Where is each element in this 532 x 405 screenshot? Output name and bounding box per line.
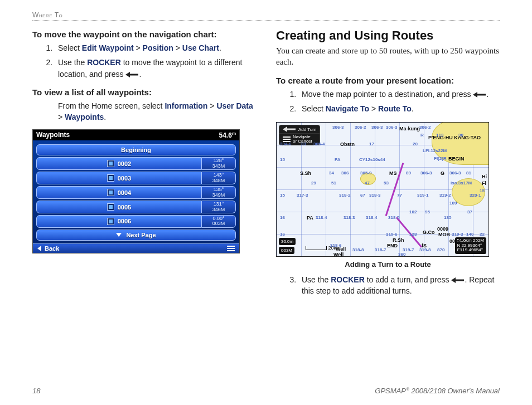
brand-name: GPSMAP: [375, 387, 406, 395]
sounding: 38: [458, 133, 463, 138]
sounding: 135: [444, 215, 451, 220]
waypoint-row-0002[interactable]: 0002 128°343M: [36, 157, 236, 170]
waypoint-marker-icon: [107, 218, 114, 225]
task-view-waypoints-title: To view a list of all waypoints:: [32, 87, 256, 97]
waypoint-row-0004[interactable]: 0004 135°349M: [36, 186, 236, 199]
waypoint-label: 0002: [118, 160, 131, 167]
rocker-label: ROCKER: [331, 275, 365, 284]
text: Move the map pointer to a destination, a…: [302, 90, 473, 99]
text: .: [104, 113, 106, 121]
depth-reading: 54.6m: [219, 131, 236, 139]
task-create-route-steps-cont: Use the ROCKER to add a turn, and press …: [276, 274, 500, 297]
waypoints-title: Waypoints: [36, 131, 70, 139]
waypoint-marker-icon: [107, 160, 114, 167]
text: .: [219, 43, 221, 52]
text: >: [369, 104, 378, 113]
sounding: 102: [409, 209, 417, 214]
end-marker: END: [387, 243, 398, 248]
step-2: Use the ROCKER to move the waypoint to a…: [55, 57, 256, 80]
sounding: Hi: [482, 174, 487, 179]
menu-icon[interactable]: [227, 246, 235, 251]
depth-overlay: 30.0m: [279, 238, 296, 246]
waypoint-row-0006[interactable]: 0006 0.00°003M: [36, 215, 236, 228]
sounding: 870: [437, 247, 444, 252]
enter-key-icon: [473, 92, 486, 97]
sounding: 95: [425, 209, 430, 214]
sounding: 306-2: [419, 125, 431, 130]
rocker-label: ROCKER: [87, 58, 121, 67]
sounding: 306-3: [371, 125, 383, 130]
waypoint-label: Beginning: [121, 147, 151, 153]
waypoint-row-beginning[interactable]: Beginning: [36, 144, 236, 155]
sounding: 77: [397, 193, 402, 198]
sounding: G.Co: [423, 230, 435, 235]
text: .: [486, 90, 489, 99]
sounding: 319-3: [452, 232, 463, 237]
text: to add a turn, and press: [365, 275, 452, 284]
task-move-waypoint-steps: Select Edit Waypoint > Position > Use Ch…: [32, 42, 256, 80]
text: .: [412, 104, 414, 113]
sounding: 22: [480, 232, 485, 237]
sounding: 318-6: [330, 243, 341, 248]
ui-path: Use Chart: [182, 43, 219, 52]
enter-key-icon: [283, 126, 296, 132]
sounding: 20: [413, 141, 418, 147]
page-footer: 18 GPSMAP® 2008/2108 Owner's Manual: [32, 387, 500, 395]
waypoints-screenshot: Waypoints 54.6m Beginning 0002 128°343M …: [32, 129, 240, 253]
map-text-obstn: Obstn: [340, 141, 355, 147]
sounding: 318-4: [366, 215, 377, 220]
sounding: 113: [436, 133, 443, 138]
sounding: 318-7: [375, 247, 386, 252]
text: >: [134, 43, 143, 52]
sounding: 53: [384, 180, 389, 186]
distance: 343M: [212, 164, 225, 169]
sounding: 0009: [437, 226, 448, 232]
sounding: G: [441, 170, 444, 176]
task-view-waypoints-note: From the Home screen, select Information…: [55, 100, 256, 123]
sounding: MS: [389, 170, 397, 176]
sounding: 29: [311, 180, 316, 186]
sounding: 306-3: [449, 170, 461, 175]
waypoint-row-0003[interactable]: 0003 143°348M: [36, 172, 236, 184]
text: .: [139, 70, 141, 79]
add-turn-button[interactable]: Add Turn: [279, 125, 320, 133]
text: From the Home screen, select: [58, 101, 165, 110]
sounding: 81: [466, 170, 471, 175]
sounding: PA: [307, 215, 313, 221]
step-1: Select Edit Waypoint > Position > Use Ch…: [55, 42, 256, 53]
next-page-button[interactable]: Next Page: [36, 230, 236, 241]
route-step-3: Use the ROCKER to add a turn, and press …: [298, 274, 500, 297]
task-create-route-steps: Move the map pointer to a destination, a…: [276, 89, 500, 115]
ui-path: Waypoints: [65, 113, 104, 121]
sounding: 306-3: [332, 125, 344, 130]
sounding: 15: [280, 157, 285, 162]
distance: 003M: [212, 221, 225, 226]
waypoints-titlebar: Waypoints 54.6m: [33, 130, 239, 140]
waypoint-row-0005[interactable]: 0005 131°346M: [36, 201, 236, 213]
ui-path: Edit Waypoint: [82, 43, 134, 52]
add-turn-label: Add Turn: [298, 127, 316, 132]
distance: 348M: [212, 178, 225, 183]
waypoints-bottom-bar: Back: [33, 243, 239, 253]
routes-heading: Creating and Using Routes: [276, 28, 500, 43]
sounding: 0006: [449, 238, 461, 244]
map-text-well: Well: [333, 252, 344, 257]
sounding: 305-4: [313, 141, 325, 147]
waypoint-label: 0005: [118, 204, 131, 211]
text: >: [58, 113, 65, 121]
sounding: 67: [360, 193, 365, 198]
sounding: 51: [331, 180, 336, 186]
begin-marker: BEGIN: [448, 156, 465, 162]
text: Select: [58, 43, 82, 52]
waypoint-label: 0003: [118, 175, 131, 182]
longitude: E119.49654°: [457, 248, 484, 253]
sounding: 15: [480, 188, 485, 193]
route-step-2: Select Navigate To > Route To.: [298, 103, 500, 114]
manual-suffix: 2008/2108 Owner's Manual: [409, 387, 500, 395]
waypoint-marker-icon: [107, 189, 114, 196]
back-button[interactable]: Back: [37, 245, 59, 252]
sounding: R: [420, 133, 424, 138]
sounding: 34: [329, 170, 334, 175]
sounding: Iso.3s17M: [451, 180, 472, 186]
figure-caption: Adding a Turn to a Route: [276, 260, 500, 269]
